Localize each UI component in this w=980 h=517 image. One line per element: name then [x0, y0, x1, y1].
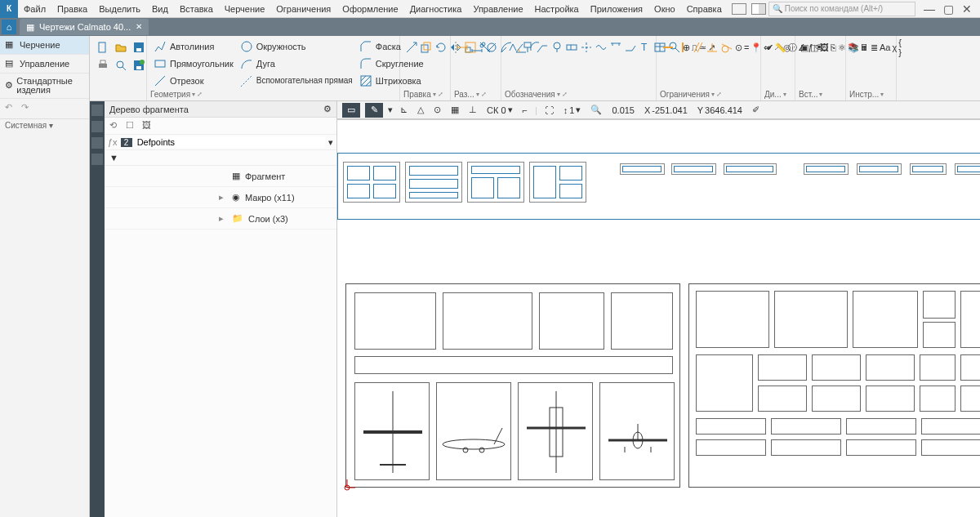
menu-help[interactable]: Справка [681, 0, 728, 18]
horiz-icon[interactable] [662, 39, 675, 56]
menu-edit[interactable]: Правка [51, 0, 93, 18]
menu-view[interactable]: Вид [146, 0, 174, 18]
layer-name-input[interactable] [136, 136, 325, 148]
tree-tool1-icon[interactable]: ⟲ [109, 120, 121, 131]
insert-view-icon[interactable]: ▣ [800, 39, 808, 56]
expand-icon[interactable]: ▸ [219, 192, 227, 203]
command-search-input[interactable]: 🔍 Поиск по командам (Alt+/) [768, 2, 915, 16]
coinc-icon[interactable]: ⊙ [735, 39, 742, 56]
minimize-button[interactable]: — [924, 2, 935, 16]
menu-apps[interactable]: Приложения [585, 0, 648, 18]
filter-icon[interactable]: ▼ [109, 153, 118, 163]
fx-icon[interactable]: ƒx [108, 137, 118, 147]
layer-dropdown-icon[interactable]: ▾ [328, 137, 333, 148]
snap-end-icon[interactable]: ⊾ [398, 105, 410, 115]
home-tab-icon[interactable]: ⌂ [2, 20, 16, 34]
wave-icon[interactable] [595, 39, 608, 56]
insert-img-icon[interactable]: 🖼 [820, 39, 829, 56]
menu-draft[interactable]: Черчение [219, 0, 271, 18]
preview-icon[interactable] [113, 57, 129, 74]
tree-macro[interactable]: ▸ ◉ Макро (x11) [105, 187, 336, 208]
step-input[interactable]: 0.015 [609, 105, 637, 115]
dim-auto-icon[interactable] [456, 39, 469, 56]
maximize-button[interactable]: ▢ [943, 2, 954, 16]
style-icon[interactable]: Aa [880, 39, 890, 56]
copy-icon[interactable] [420, 39, 433, 56]
panel-props-icon[interactable] [91, 121, 103, 132]
text-icon[interactable]: T [639, 39, 652, 56]
mode-drafting[interactable]: ▦ Черчение [0, 36, 89, 55]
perp-icon[interactable] [706, 39, 719, 56]
centerline-icon[interactable] [580, 39, 593, 56]
panel-tree-icon[interactable] [91, 105, 103, 116]
layer-icon[interactable]: ≣ [871, 39, 878, 56]
panel-vars-icon[interactable] [91, 137, 103, 149]
cs-tool-icon[interactable]: ⌐ [520, 105, 530, 115]
menu-select[interactable]: Выделить [93, 0, 146, 18]
zoom-fit-icon[interactable]: ⛶ [542, 105, 556, 115]
snap-center-icon[interactable]: ⊙ [431, 105, 443, 115]
layout-single-icon[interactable] [732, 3, 746, 15]
menu-decor[interactable]: Оформление [336, 0, 403, 18]
vert-icon[interactable] [676, 39, 689, 56]
zoom-in-icon[interactable]: 🔍 [588, 105, 604, 115]
eyedropper-icon[interactable]: ✐ [750, 105, 762, 115]
document-tab[interactable]: ▦ Чертежи Calmato 40... ✕ [20, 19, 149, 35]
tolerance-icon[interactable] [565, 39, 578, 56]
datum-icon[interactable] [521, 39, 534, 56]
cursor-mode-icon[interactable]: ✎ [365, 103, 383, 118]
rotate-icon[interactable] [434, 39, 448, 56]
layout-split-icon[interactable] [751, 3, 766, 15]
tool-segment[interactable]: Отрезок [152, 74, 235, 88]
insert-macro-icon[interactable]: ⚛ [838, 39, 846, 56]
tree-fragment[interactable]: ▦ Фрагмент [105, 166, 336, 187]
save-icon[interactable] [131, 39, 147, 56]
menu-diag[interactable]: Диагностика [404, 0, 468, 18]
dim-diam-icon[interactable] [485, 39, 498, 56]
rough-icon[interactable] [506, 39, 519, 56]
close-button[interactable]: ✕ [962, 2, 972, 16]
move-icon[interactable] [405, 39, 418, 56]
tree-tool3-icon[interactable]: 🖼 [142, 120, 154, 131]
open-icon[interactable] [113, 39, 129, 56]
menu-window[interactable]: Окно [648, 0, 681, 18]
drawing-canvas[interactable] [337, 119, 980, 517]
mode-management[interactable]: ▤ Управление [0, 55, 89, 74]
script-icon[interactable]: { } [898, 39, 902, 56]
cs-dropdown[interactable]: СК 0 ▾ [484, 105, 515, 115]
tool-circle[interactable]: Окружность [238, 39, 354, 54]
equal-icon[interactable]: = [744, 39, 749, 56]
check-icon[interactable]: ✔ [766, 39, 773, 56]
tool-rect[interactable]: Прямоугольник [152, 56, 235, 71]
mark-icon[interactable] [550, 39, 564, 56]
var-icon[interactable]: χ [892, 39, 897, 56]
menu-manage[interactable]: Управление [467, 0, 528, 18]
redo-icon[interactable]: ↷ [21, 102, 33, 114]
print-icon[interactable] [95, 57, 111, 74]
spell-icon[interactable]: ✎ [851, 39, 858, 56]
new-doc-icon[interactable] [95, 39, 111, 56]
weld-icon[interactable] [624, 39, 637, 56]
tree-layers[interactable]: ▸ 📁 Слои (x3) [105, 208, 336, 230]
section-icon[interactable] [609, 39, 622, 56]
menu-file[interactable]: Файл [18, 0, 51, 18]
parallel-icon[interactable] [691, 39, 704, 56]
menu-settings[interactable]: Настройка [529, 0, 585, 18]
dim-linear-icon[interactable] [470, 39, 483, 56]
menu-constraints[interactable]: Ограничения [270, 0, 336, 18]
sel-mode-icon[interactable]: ▭ [342, 103, 360, 118]
calc-icon[interactable]: 🖩 [860, 39, 869, 56]
tab-close-icon[interactable]: ✕ [136, 19, 142, 35]
tree-tool2-icon[interactable]: ☐ [126, 120, 137, 131]
tool-autoline[interactable]: Автолиния [152, 39, 235, 54]
gear-icon[interactable]: ⚙ [323, 104, 332, 114]
scale-input[interactable]: ↕ 1 ▾ [561, 105, 584, 115]
snap-mid-icon[interactable]: △ [415, 105, 426, 115]
grid-icon[interactable]: ▦ [448, 105, 461, 115]
tool-arc[interactable]: Дуга [238, 56, 354, 71]
menu-insert[interactable]: Вставка [174, 0, 219, 18]
undo-icon[interactable]: ↶ [5, 102, 16, 114]
mode-std-parts[interactable]: ⚙ Стандартные изделия [0, 74, 89, 99]
measure-icon[interactable]: 📏 [775, 39, 786, 56]
tool-aux-line[interactable]: Вспомогательная прямая [238, 74, 354, 88]
